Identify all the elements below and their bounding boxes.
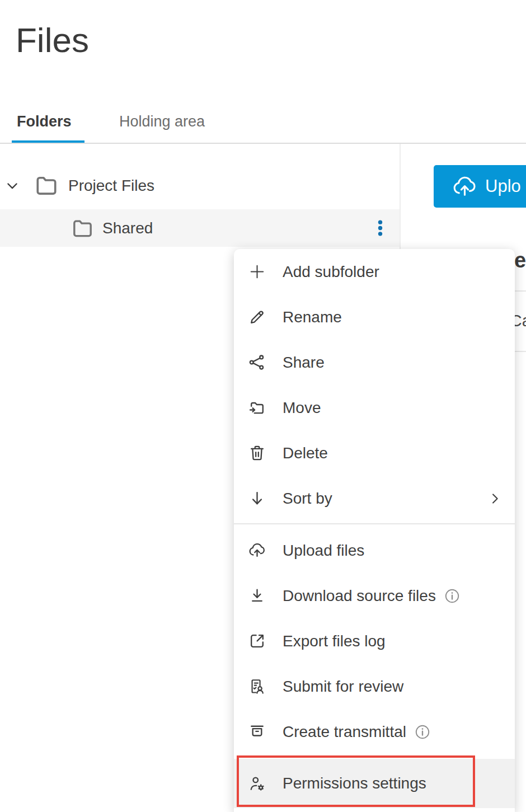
menu-item-label: Add subfolder	[283, 263, 379, 281]
folder-icon	[71, 216, 95, 240]
tree-row-project-files[interactable]: Project Files	[0, 168, 400, 204]
menu-item-export-files-log[interactable]: Export files log	[234, 618, 515, 664]
tree-item-label: Project Files	[68, 168, 154, 204]
chevron-down-icon[interactable]	[4, 178, 20, 194]
transmittal-tray-icon	[248, 722, 266, 741]
arrow-down-icon	[248, 489, 266, 508]
tree-item-label: Shared	[102, 209, 153, 247]
menu-item-label: Delete	[283, 444, 328, 462]
cloud-upload-icon	[452, 173, 478, 200]
export-icon	[248, 632, 266, 650]
menu-item-label: Download source files	[283, 587, 436, 605]
cloud-upload-icon	[248, 541, 266, 560]
move-folder-icon	[248, 398, 266, 417]
tab-folders[interactable]: Folders	[17, 113, 72, 130]
menu-item-label: Create transmittal	[283, 723, 406, 741]
menu-item-download-source-files[interactable]: Download source files	[234, 573, 515, 618]
info-icon[interactable]	[414, 724, 431, 740]
tabs-divider	[0, 143, 526, 144]
files-page: Files Folders Holding area Project Files…	[0, 0, 526, 812]
menu-item-label: Permissions settings	[283, 775, 426, 792]
menu-item-label: Share	[283, 354, 325, 372]
right-panel-heading-fragment: e	[514, 248, 526, 273]
trash-icon	[248, 444, 266, 462]
menu-item-label: Move	[283, 399, 321, 417]
menu-separator	[234, 523, 515, 524]
menu-item-move[interactable]: Move	[234, 385, 515, 430]
menu-item-sort-by[interactable]: Sort by	[234, 476, 515, 521]
menu-item-create-transmittal[interactable]: Create transmittal	[234, 709, 515, 754]
folder-icon	[34, 172, 59, 198]
menu-item-upload-files[interactable]: Upload files	[234, 528, 515, 573]
kebab-menu-icon[interactable]	[370, 218, 391, 238]
menu-item-label: Rename	[283, 308, 342, 326]
chevron-right-icon	[487, 491, 502, 506]
page-title: Files	[16, 20, 89, 60]
menu-item-share[interactable]: Share	[234, 340, 515, 385]
tab-holding-area[interactable]: Holding area	[119, 113, 205, 130]
menu-item-label: Submit for review	[283, 678, 403, 696]
review-document-person-icon	[248, 677, 266, 696]
tree-row-shared[interactable]: Shared	[0, 209, 400, 247]
menu-item-submit-for-review[interactable]: Submit for review	[234, 664, 515, 709]
menu-item-permissions-settings[interactable]: Permissions settings	[234, 759, 515, 808]
pencil-icon	[248, 308, 266, 326]
menu-item-delete[interactable]: Delete	[234, 430, 515, 476]
person-gear-icon	[248, 775, 266, 793]
download-icon	[248, 586, 266, 605]
upload-button[interactable]: Uplo	[434, 165, 526, 208]
info-icon[interactable]	[444, 588, 461, 604]
menu-item-label: Upload files	[283, 542, 364, 560]
menu-item-rename[interactable]: Rename	[234, 294, 515, 340]
menu-item-add-subfolder[interactable]: Add subfolder	[234, 249, 515, 294]
upload-button-label: Uplo	[485, 176, 521, 196]
share-icon	[248, 353, 266, 372]
plus-icon	[248, 262, 266, 281]
folder-context-menu: Add subfolder Rename Share Move Delete S…	[234, 249, 515, 812]
menu-item-label: Sort by	[283, 490, 332, 508]
menu-item-label: Export files log	[283, 632, 386, 650]
